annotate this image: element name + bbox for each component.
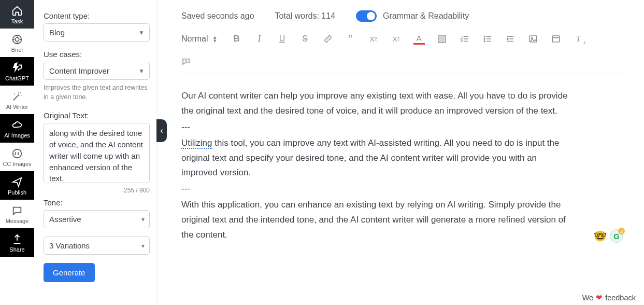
grammar-label: Grammar & Readability: [383, 11, 469, 21]
grammar-toggle[interactable]: [356, 10, 377, 22]
ordered-list-button[interactable]: [459, 33, 470, 45]
chat-icon: [11, 205, 23, 216]
unordered-list-button[interactable]: [482, 33, 493, 45]
svg-rect-9: [552, 36, 560, 42]
tone-label: Tone:: [44, 198, 150, 207]
emoji-assistant-icon[interactable]: 🤓: [593, 229, 607, 243]
use-cases-select[interactable]: Content Improver: [44, 62, 150, 80]
grammar-highlight[interactable]: Utilizing: [181, 138, 212, 149]
rail-label: AI Writer: [6, 104, 28, 110]
editor-toolbar: Normal ▴▾ B I U S ” X2 X2 A Tx: [181, 31, 625, 73]
rail-item-chatgpt[interactable]: ChatGPT: [0, 57, 34, 86]
embed-button[interactable]: [550, 33, 562, 45]
original-text-label: Original Text:: [44, 111, 150, 120]
generate-button[interactable]: Generate: [44, 263, 95, 282]
strikethrough-button[interactable]: S: [299, 33, 311, 45]
svg-point-8: [531, 37, 532, 38]
original-text-input[interactable]: [44, 123, 150, 183]
bold-button[interactable]: B: [231, 33, 242, 45]
rail-label: Publish: [8, 189, 26, 196]
settings-panel: Content type: Blog ▼ Use cases: Content …: [34, 0, 158, 305]
block-format-label: Normal: [181, 34, 208, 44]
word-count: Total words: 114: [275, 11, 336, 21]
cc-icon: [11, 148, 23, 159]
grammarly-badge: 2: [618, 228, 625, 234]
superscript-button[interactable]: X2: [391, 33, 402, 45]
block-format-select[interactable]: Normal ▴▾: [181, 34, 220, 44]
heart-icon: ❤: [596, 294, 603, 302]
rail-label: ChatGPT: [5, 75, 29, 81]
left-rail: Task Brief ChatGPT AI Writer AI Images C…: [0, 0, 34, 305]
rail-item-task[interactable]: Task: [0, 0, 34, 29]
doc-paragraph: Utilizing this tool, you can improve any…: [181, 136, 575, 181]
rail-item-message[interactable]: Message: [0, 200, 34, 228]
italic-button[interactable]: I: [254, 33, 265, 45]
highlight-color-button[interactable]: [436, 33, 448, 45]
send-icon: [11, 176, 23, 188]
bolt-chat-icon: [11, 62, 23, 74]
rail-item-ai-writer[interactable]: AI Writer: [0, 86, 34, 114]
floating-assistant-icons: 🤓 G 2: [593, 229, 623, 243]
underline-button[interactable]: U: [277, 33, 288, 45]
svg-point-1: [15, 37, 19, 41]
svg-point-4: [484, 36, 485, 37]
rail-label: Task: [11, 18, 23, 24]
save-status: Saved seconds ago: [181, 11, 254, 21]
clear-format-button[interactable]: Tx: [573, 33, 584, 45]
editor-topbar: Saved seconds ago Total words: 114 Gramm…: [181, 0, 625, 31]
rail-item-brief[interactable]: Brief: [0, 29, 34, 57]
feedback-pre: We: [582, 294, 594, 302]
rail-item-publish[interactable]: Publish: [0, 171, 34, 200]
use-cases-helper: Improves the given text and rewrites in …: [44, 83, 150, 102]
rail-item-ai-images[interactable]: AI Images: [0, 114, 34, 143]
upload-icon: [11, 233, 23, 245]
chevron-left-icon: ‹: [160, 126, 163, 135]
target-icon: [11, 34, 23, 45]
svg-point-2: [13, 149, 22, 158]
link-button[interactable]: [322, 33, 334, 45]
svg-point-6: [484, 41, 485, 42]
subscript-button[interactable]: X2: [368, 33, 379, 45]
rail-item-cc-images[interactable]: CC Images: [0, 143, 34, 171]
doc-paragraph: Our AI content writer can help you impro…: [181, 89, 575, 119]
feedback-link[interactable]: We ❤ feedback: [582, 294, 636, 302]
wand-icon: [11, 91, 23, 102]
rail-label: Brief: [11, 47, 23, 53]
tone-select[interactable]: Assertive: [44, 210, 150, 228]
quote-button[interactable]: ”: [345, 33, 356, 45]
panel-collapse-handle[interactable]: ‹: [156, 119, 167, 142]
content-type-select[interactable]: Blog: [44, 23, 150, 41]
use-cases-label: Use cases:: [44, 50, 150, 59]
rail-item-share[interactable]: Share: [0, 228, 34, 257]
doc-paragraph: With this application, you can enhance a…: [181, 198, 575, 243]
svg-rect-3: [438, 35, 445, 43]
char-counter: 255 / 900: [44, 187, 150, 194]
rail-label: Share: [9, 246, 24, 253]
grammarly-icon[interactable]: G 2: [610, 229, 623, 243]
home-icon: [11, 5, 23, 17]
chevron-updown-icon: ▴▾: [213, 35, 217, 42]
text-color-button[interactable]: A: [413, 33, 425, 45]
editor-area: Saved seconds ago Total words: 114 Gramm…: [158, 0, 644, 305]
doc-separator: ---: [181, 182, 575, 197]
svg-point-5: [484, 38, 485, 39]
cloud-image-icon: [11, 119, 23, 131]
indent-button[interactable]: [505, 33, 516, 45]
content-type-label: Content type:: [44, 11, 150, 20]
feedback-post: feedback: [605, 294, 636, 302]
image-button[interactable]: [527, 33, 539, 45]
rail-label: AI Images: [4, 132, 30, 138]
rail-label: Message: [6, 218, 29, 224]
document-body[interactable]: Our AI content writer can help you impro…: [181, 73, 575, 259]
comment-button[interactable]: [181, 56, 625, 67]
doc-separator: ---: [181, 120, 575, 135]
variations-select[interactable]: 3 Variations: [44, 237, 150, 255]
rail-label: CC Images: [3, 161, 31, 167]
